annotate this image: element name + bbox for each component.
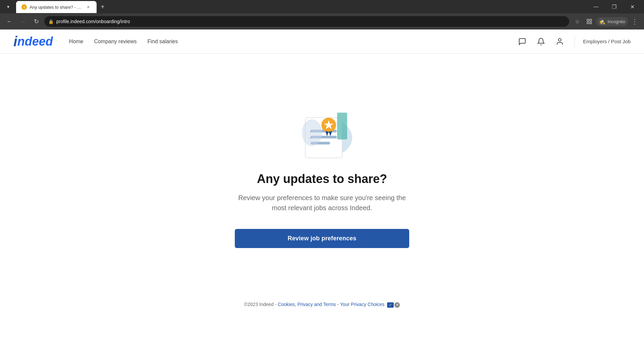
address-bar[interactable]: 🔒 profile.indeed.com/onboarding/intro — [44, 16, 569, 27]
site-footer: ©2023 Indeed - Cookies, Privacy and Term… — [0, 288, 644, 321]
tab-dropdown-button[interactable]: ▾ — [4, 3, 12, 11]
new-tab-button[interactable]: + — [98, 2, 107, 11]
page-headline: Any updates to share? — [257, 172, 387, 186]
review-job-preferences-button[interactable]: Review job preferences — [235, 229, 409, 248]
tab-close-button[interactable]: × — [85, 4, 91, 10]
logo-i: i — [13, 35, 17, 49]
incognito-indicator: 🕵 Incognito — [596, 17, 628, 26]
svg-rect-1 — [590, 19, 592, 21]
main-content: ✓ ✓ Any updates to share? Review your pr… — [0, 54, 644, 288]
svg-rect-0 — [587, 19, 589, 21]
toolbar-actions: ☆ 🕵 Incognito ⋮ — [572, 16, 640, 27]
page-subtitle: Review your preferences to make sure you… — [235, 193, 409, 213]
forward-button[interactable]: → — [17, 16, 28, 27]
reload-button[interactable]: ↻ — [31, 16, 42, 27]
svg-point-17 — [302, 119, 322, 146]
back-button[interactable]: ← — [4, 16, 15, 27]
svg-rect-3 — [590, 22, 592, 24]
maximize-button[interactable]: ❐ — [606, 1, 622, 12]
tab-favicon: ℹ — [21, 4, 27, 10]
footer-cookies-link[interactable]: Cookies, Privacy and Terms — [278, 302, 336, 307]
notifications-button[interactable] — [534, 35, 548, 48]
svg-rect-16 — [337, 113, 347, 139]
browser-chrome: ▾ ℹ Any updates to share? - Indeed × + —… — [0, 0, 644, 29]
account-button[interactable] — [553, 35, 567, 48]
active-tab[interactable]: ℹ Any updates to share? - Indeed × — [16, 1, 97, 13]
privacy-choices-badge: ✓ ✕ — [387, 302, 400, 308]
window-controls: — ❐ ✕ — [588, 1, 640, 12]
svg-point-4 — [558, 39, 561, 41]
browser-title-bar: ▾ ℹ Any updates to share? - Indeed × + —… — [0, 0, 644, 13]
bookmark-button[interactable]: ☆ — [572, 16, 583, 27]
nav-find-salaries[interactable]: Find salaries — [142, 31, 183, 53]
minimize-button[interactable]: — — [588, 1, 604, 12]
browser-toolbar: ← → ↻ 🔒 profile.indeed.com/onboarding/in… — [0, 13, 644, 29]
lock-icon: 🔒 — [48, 19, 54, 24]
nav-company-reviews[interactable]: Company reviews — [89, 31, 142, 53]
extensions-button[interactable] — [584, 16, 595, 27]
site-nav: Home Company reviews Find salaries — [64, 31, 516, 53]
employers-link[interactable]: Employers / Post Job — [583, 39, 631, 44]
incognito-icon: 🕵 — [599, 18, 605, 25]
incognito-label: Incognito — [607, 19, 625, 24]
logo-ndeed: ndeed — [17, 36, 53, 48]
header-actions: Employers / Post Job — [516, 35, 631, 48]
nav-home[interactable]: Home — [64, 31, 89, 53]
url-display: profile.indeed.com/onboarding/intro — [56, 19, 565, 24]
svg-rect-2 — [587, 22, 589, 24]
illustration: ✓ ✓ — [285, 101, 359, 161]
privacy-check-icon: ✓ — [387, 302, 394, 308]
tab-title: Any updates to share? - Indeed — [30, 5, 83, 10]
footer-copyright: ©2023 Indeed — [244, 302, 274, 307]
privacy-x-icon: ✕ — [394, 302, 400, 308]
header-divider — [575, 36, 575, 47]
close-button[interactable]: ✕ — [625, 1, 640, 12]
indeed-logo[interactable]: indeed — [13, 35, 53, 49]
messages-button[interactable] — [516, 35, 529, 48]
site-header: indeed Home Company reviews Find salarie… — [0, 29, 644, 54]
more-button[interactable]: ⋮ — [629, 16, 640, 27]
footer-privacy-link[interactable]: Your Privacy Choices — [340, 302, 385, 307]
footer-separator-2: - — [337, 302, 340, 307]
indeed-site: indeed Home Company reviews Find salarie… — [0, 29, 644, 324]
tab-bar: ℹ Any updates to share? - Indeed × + — [16, 0, 586, 13]
